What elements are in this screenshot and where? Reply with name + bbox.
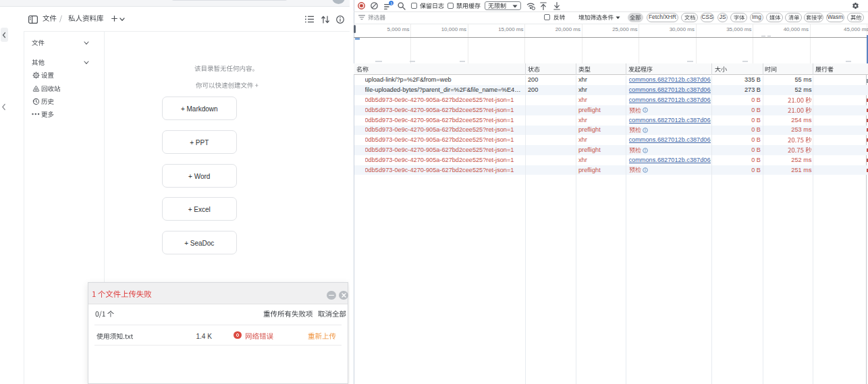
svg-text:9: 9 [390, 1, 392, 5]
